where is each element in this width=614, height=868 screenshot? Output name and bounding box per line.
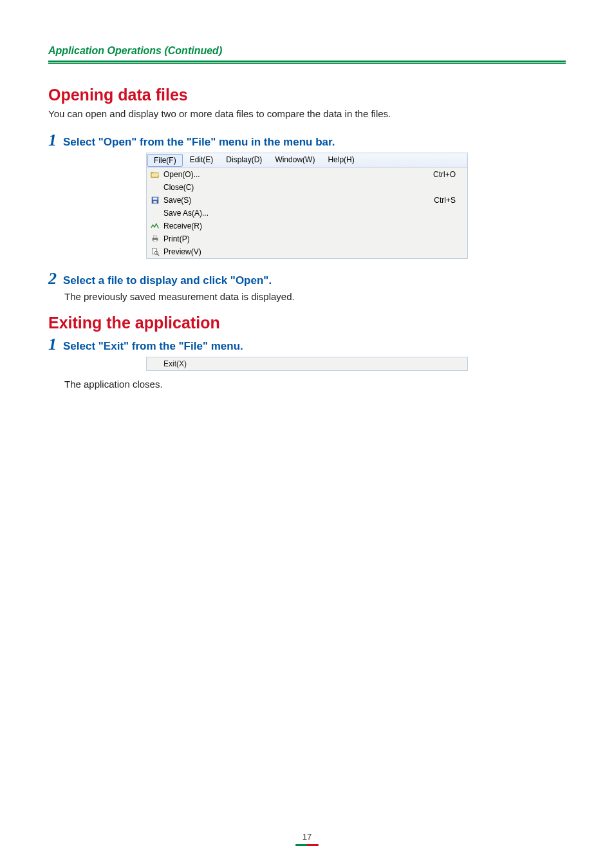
section-opening-title: Opening data files: [48, 86, 566, 104]
menu-display[interactable]: Display(D): [219, 153, 268, 167]
save-icon: [147, 196, 163, 205]
svg-line-8: [158, 254, 160, 256]
preview-icon: [147, 247, 163, 256]
menu-item-label: Close(C): [163, 183, 456, 192]
menu-item-label: Save As(A)...: [163, 209, 456, 218]
step-number: 2: [48, 270, 57, 287]
menu-item-shortcut: Ctrl+S: [434, 196, 462, 205]
step-text: Select a file to display and click "Open…: [63, 274, 272, 287]
step-number: 1: [48, 132, 57, 149]
menu-item-label: Print(P): [163, 234, 456, 243]
menu-item-shortcut: Ctrl+O: [433, 170, 462, 179]
step-text: Select "Open" from the "File" menu in th…: [63, 136, 335, 149]
menu-help[interactable]: Help(H): [321, 153, 360, 167]
step-1-open: 1 Select "Open" from the "File" menu in …: [48, 132, 566, 149]
menu-item-label: Exit(X): [163, 359, 462, 368]
step-number: 1: [48, 336, 57, 353]
header-rule: [48, 63, 566, 64]
svg-rect-5: [153, 240, 156, 242]
menubar: File(F) Edit(E) Display(D) Window(W) Hel…: [147, 153, 467, 168]
file-dropdown: Open(O)... Ctrl+O Close(C) Save(S) Ctrl+…: [147, 168, 467, 258]
page-header: Application Operations (Continued): [48, 45, 566, 62]
exit-menu-screenshot: Exit(X): [146, 357, 468, 371]
menu-edit[interactable]: Edit(E): [183, 153, 220, 167]
page-number: 17: [302, 832, 312, 842]
svg-rect-4: [153, 236, 156, 238]
file-menu-screenshot: File(F) Edit(E) Display(D) Window(W) Hel…: [146, 153, 468, 259]
menu-item-receive[interactable]: Receive(R): [147, 220, 467, 232]
menu-item-label: Save(S): [163, 196, 434, 205]
menu-file[interactable]: File(F): [147, 154, 183, 167]
svg-rect-1: [153, 198, 158, 200]
menu-item-saveas[interactable]: Save As(A)...: [147, 207, 467, 220]
menu-item-print[interactable]: Print(P): [147, 232, 467, 245]
receive-icon: [147, 222, 163, 231]
menu-item-exit[interactable]: Exit(X): [147, 357, 467, 370]
menu-item-open[interactable]: Open(O)... Ctrl+O: [147, 168, 467, 181]
print-icon: [147, 234, 163, 243]
menu-item-save[interactable]: Save(S) Ctrl+S: [147, 194, 467, 207]
step-2-sub: The previously saved measurement data is…: [64, 291, 566, 302]
svg-rect-2: [153, 201, 156, 203]
section-exiting-title: Exiting the application: [48, 314, 566, 332]
open-folder-icon: [147, 170, 163, 179]
menu-item-close[interactable]: Close(C): [147, 181, 467, 194]
step-text: Select "Exit" from the "File" menu.: [63, 340, 243, 353]
footer-accent-icon: [295, 844, 319, 846]
menu-item-preview[interactable]: Preview(V): [147, 245, 467, 258]
menu-item-label: Open(O)...: [163, 170, 433, 179]
step-1-exit: 1 Select "Exit" from the "File" menu.: [48, 336, 566, 353]
step-2-select: 2 Select a file to display and click "Op…: [48, 270, 566, 287]
menu-item-label: Preview(V): [163, 247, 456, 256]
application-closes-text: The application closes.: [64, 379, 566, 390]
menu-item-label: Receive(R): [163, 222, 456, 231]
page-footer: 17: [0, 832, 614, 846]
section-opening-lead: You can open and display two or more dat…: [48, 108, 566, 119]
menu-window[interactable]: Window(W): [268, 153, 321, 167]
